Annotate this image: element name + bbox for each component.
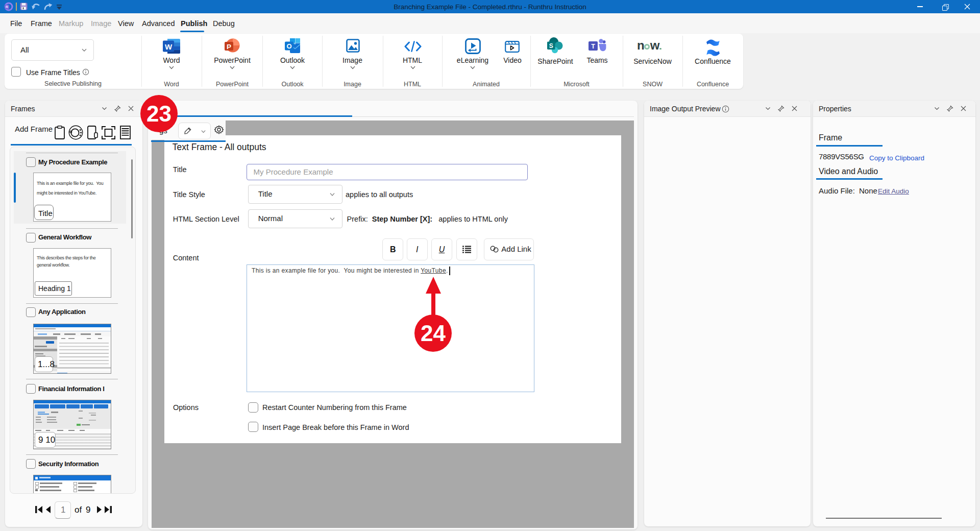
svg-text:S: S (549, 42, 553, 50)
svg-text:T: T (591, 43, 595, 50)
svg-text:O: O (286, 42, 291, 50)
svg-text:P: P (227, 43, 231, 51)
svg-text:W: W (165, 42, 173, 51)
svg-text:R: R (6, 5, 9, 9)
